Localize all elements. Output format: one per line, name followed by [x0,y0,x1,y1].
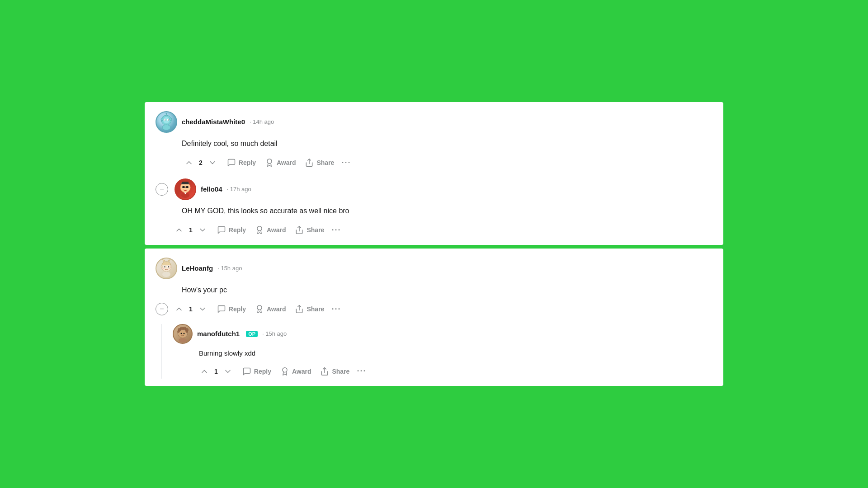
svg-point-30 [170,265,172,267]
svg-point-10 [162,125,170,130]
upvote-button-1[interactable] [182,155,196,170]
svg-point-20 [257,226,262,231]
nested-comment-3-1-text: Burning slowly xdd [199,348,712,359]
timestamp-1: · 14h ago [250,118,274,125]
award-button-1[interactable]: Award [261,155,300,170]
comments-container: cheddaMistaWhite0 · 14h ago Definitely c… [145,102,723,386]
timestamp-nested: · 15h ago [262,330,287,337]
vote-count-2: 1 [189,226,193,234]
vote-count-3: 1 [189,305,193,313]
vote-group-3: 1 [172,302,210,316]
downvote-button-3[interactable] [195,302,210,316]
svg-point-7 [166,113,167,114]
vote-count-nested: 1 [214,368,218,375]
comment-1-actions: 2 Reply Award Share ··· [182,155,712,170]
more-button-1[interactable]: ··· [340,155,353,170]
svg-point-11 [267,159,272,164]
avatar-cheddamistatwhite0 [156,111,177,133]
username-manofdutch1: manofdutch1 [197,330,240,338]
upvote-button-nested[interactable] [197,364,212,379]
svg-point-45 [184,333,185,334]
username-lehoanfg: LeHoanfg [182,264,213,272]
avatar-fello04 [175,178,196,200]
svg-marker-32 [168,259,170,262]
svg-rect-14 [182,186,185,188]
nested-comment-container: manofdutch1 OP · 15h ago Burning slowly … [156,324,712,379]
svg-marker-31 [162,259,165,262]
reply-button-2[interactable]: Reply [213,223,250,237]
award-button-3[interactable]: Award [251,302,290,316]
comment-1: cheddaMistaWhite0 · 14h ago Definitely c… [156,111,712,170]
nested-comment-3-1-actions: 1 Reply Award [197,364,712,379]
nested-comment-3-1: manofdutch1 OP · 15h ago Burning slowly … [169,324,712,379]
reply-button-nested[interactable]: Reply [239,364,275,379]
vote-group-nested: 1 [197,364,235,379]
nested-comment-3-1-header: manofdutch1 OP · 15h ago [173,324,712,344]
vote-count-1: 2 [199,159,203,166]
comment-2-header: − [156,178,712,200]
comment-3-actions: − 1 Reply Award [156,302,712,317]
downvote-button-2[interactable] [195,223,210,237]
svg-point-46 [179,338,187,343]
username-cheddamistatwhite0: cheddaMistaWhite0 [182,118,245,126]
svg-point-26 [168,266,169,267]
svg-point-33 [162,272,170,277]
svg-point-44 [181,333,182,334]
svg-point-5 [168,119,169,120]
more-button-2[interactable]: ··· [330,223,343,238]
comment-3-text: How's your pc [182,285,712,296]
svg-point-28 [169,268,170,269]
svg-point-4 [165,119,165,120]
comment-2-actions: − 1 Reply Award [156,223,712,238]
comment-2: − [156,178,712,238]
comment-2-text: OH MY GOD, this looks so accurate as wel… [182,206,712,216]
reply-button-3[interactable]: Reply [213,302,250,316]
username-fello04: fello04 [201,185,222,193]
svg-point-27 [162,268,164,269]
award-button-nested[interactable]: Award [277,364,315,379]
downvote-button-nested[interactable] [221,364,235,379]
svg-rect-15 [186,186,189,188]
vote-group-2: 1 [172,223,210,237]
timestamp-3: · 15h ago [217,265,242,272]
reply-button-1[interactable]: Reply [223,155,259,170]
downvote-button-1[interactable] [205,155,220,170]
award-button-2[interactable]: Award [251,223,290,237]
share-button-1[interactable]: Share [301,155,338,170]
avatar-manofdutch1 [173,324,193,344]
collapse-button-2[interactable]: − [156,183,168,196]
comment-3-header: LeHoanfg · 15h ago [156,258,712,279]
comment-1-text: Definitely cool, so much detail [182,138,712,149]
avatar-lehoanfg [156,258,177,279]
timestamp-2: · 17h ago [227,186,251,192]
more-button-nested[interactable]: ··· [355,364,368,379]
vote-group-1: 2 [182,155,220,170]
op-badge: OP [246,331,258,337]
comment-1-header: cheddaMistaWhite0 · 14h ago [156,111,712,133]
upvote-button-2[interactable] [172,223,186,237]
svg-point-29 [161,265,163,267]
svg-point-47 [283,367,287,372]
comment-block-3: LeHoanfg · 15h ago How's your pc − 1 [145,249,723,386]
share-button-nested[interactable]: Share [316,364,353,379]
collapse-button-3[interactable]: − [156,303,168,315]
svg-point-25 [164,266,165,267]
comment-3: LeHoanfg · 15h ago How's your pc − 1 [156,258,712,379]
share-button-2[interactable]: Share [291,223,328,237]
more-button-3[interactable]: ··· [330,302,343,317]
share-button-3[interactable]: Share [291,302,328,316]
upvote-button-3[interactable] [172,302,186,316]
svg-point-34 [257,305,262,310]
svg-point-8 [161,118,163,121]
comment-block-1-2: cheddaMistaWhite0 · 14h ago Definitely c… [145,102,723,245]
svg-point-43 [179,330,186,338]
svg-point-9 [170,118,172,121]
svg-rect-18 [182,182,189,184]
